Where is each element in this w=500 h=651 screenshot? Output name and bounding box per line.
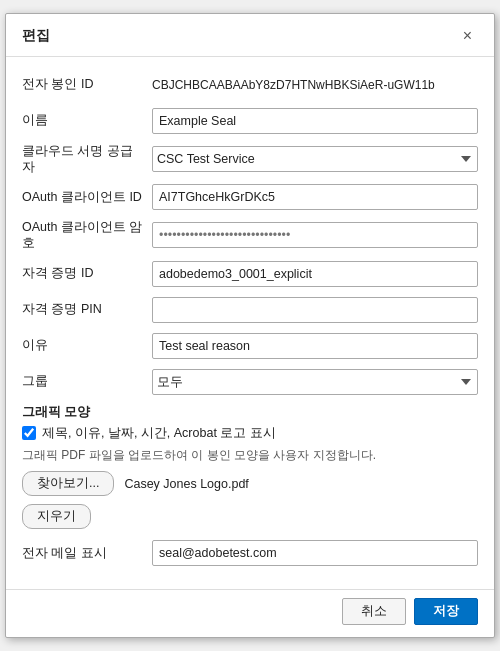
oauth-client-id-input[interactable] [152,184,478,210]
edit-dialog: 편집 × 전자 봉인 ID CBJCHBCAABAAbY8zD7HTNwHBKS… [5,13,495,639]
dialog-title: 편집 [22,27,50,45]
email-label: 전자 메일 표시 [22,545,152,561]
credential-id-label: 자격 증명 ID [22,265,152,281]
reason-row: 이유 [22,332,478,360]
checkbox-row: 제목, 이유, 날짜, 시간, Acrobat 로고 표시 [22,425,478,442]
show-info-checkbox[interactable] [22,426,36,440]
dialog-body: 전자 봉인 ID CBJCHBCAABAAbY8zD7HTNwHBKSiAeR-… [6,57,494,586]
seal-id-value: CBJCHBCAABAAbY8zD7HTNwHBKSiAeR-uGW11b [152,78,478,92]
oauth-client-secret-input[interactable] [152,222,478,248]
browse-button[interactable]: 찾아보기... [22,471,114,496]
checkbox-label[interactable]: 제목, 이유, 날짜, 시간, Acrobat 로고 표시 [42,425,276,442]
group-select[interactable]: 모두 [152,369,478,395]
cloud-provider-row: 클라우드 서명 공급자 CSC Test Service [22,143,478,176]
credential-pin-row: 자격 증명 PIN [22,296,478,324]
reason-label: 이유 [22,337,152,353]
credential-id-input[interactable] [152,261,478,287]
clear-button[interactable]: 지우기 [22,504,91,529]
name-label: 이름 [22,112,152,128]
credential-id-row: 자격 증명 ID [22,260,478,288]
graphic-shape-title: 그래픽 모양 [22,404,478,421]
reason-input[interactable] [152,333,478,359]
email-row: 전자 메일 표시 [22,539,478,567]
group-row: 그룹 모두 [22,368,478,396]
close-button[interactable]: × [457,26,478,46]
file-name: Casey Jones Logo.pdf [124,477,248,491]
seal-id-label: 전자 봉인 ID [22,76,152,92]
dialog-header: 편집 × [6,14,494,57]
dialog-footer: 취소 저장 [6,589,494,637]
name-row: 이름 [22,107,478,135]
oauth-client-id-label: OAuth 클라이언트 ID [22,189,152,205]
oauth-client-id-row: OAuth 클라이언트 ID [22,183,478,211]
oauth-client-secret-label: OAuth 클라이언트 암호 [22,219,152,252]
cloud-provider-select[interactable]: CSC Test Service [152,146,478,172]
save-button[interactable]: 저장 [414,598,478,625]
oauth-client-secret-row: OAuth 클라이언트 암호 [22,219,478,252]
credential-pin-label: 자격 증명 PIN [22,301,152,317]
email-input[interactable] [152,540,478,566]
cloud-provider-label: 클라우드 서명 공급자 [22,143,152,176]
seal-id-row: 전자 봉인 ID CBJCHBCAABAAbY8zD7HTNwHBKSiAeR-… [22,71,478,99]
name-input[interactable] [152,108,478,134]
hint-text: 그래픽 PDF 파일을 업로드하여 이 봉인 모양을 사용자 지정합니다. [22,447,478,464]
cancel-button[interactable]: 취소 [342,598,406,625]
group-label: 그룹 [22,373,152,389]
credential-pin-input[interactable] [152,297,478,323]
file-row: 찾아보기... Casey Jones Logo.pdf [22,471,478,496]
